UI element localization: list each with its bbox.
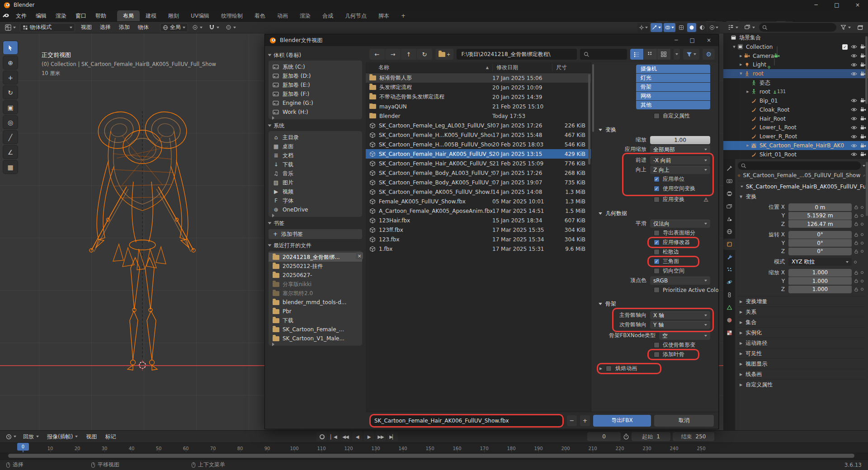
animate-dot[interactable] (861, 280, 863, 282)
animate-dot[interactable] (854, 261, 857, 263)
timeline-menu-视图[interactable]: 视图 (82, 433, 100, 441)
bake-animation-row[interactable]: ▶ 烘焙动画 (597, 364, 715, 373)
vertex-colors-row[interactable]: 顶点色 sRGB (597, 276, 715, 285)
system-item-onedrive[interactable]: ⊕OneDrive (269, 205, 362, 214)
workspace-tab-动画[interactable]: 动画 (271, 10, 294, 21)
forward-row[interactable]: 前进 -X 向前 (597, 155, 715, 165)
animate-dot[interactable] (861, 288, 863, 291)
settings-gear-button[interactable]: ⚙ (703, 49, 715, 60)
apply-unit-checkbox[interactable] (654, 176, 660, 182)
timeline-scrollbar[interactable] (0, 452, 868, 459)
window-minimize-button[interactable]: ─ (806, 0, 826, 10)
section-集合[interactable]: ▶集合 (738, 317, 865, 327)
menu-帮助[interactable]: 帮助 (91, 10, 111, 22)
system-item-pictures[interactable]: ▨图片 (269, 178, 362, 187)
recent-item[interactable]: SK_Cartoon_Female_... (269, 325, 362, 334)
object-type-其他[interactable]: 其他 (636, 101, 710, 109)
outliner-row-Cloak_Root[interactable]: Cloak_Root (723, 105, 868, 114)
animate-dot[interactable] (861, 233, 863, 236)
outliner-filter-button[interactable] (838, 23, 853, 32)
playhead[interactable]: 0 (17, 443, 29, 451)
auto-keying-icon[interactable] (623, 433, 629, 440)
fbxnode-type-row[interactable]: 骨架FBXNode类型 空 (597, 331, 715, 340)
menu-窗口[interactable]: 窗口 (71, 10, 91, 22)
file-row[interactable]: 123Hair.fbx15 Jan 2025 18:34607 KiB (366, 216, 591, 225)
properties-search-input[interactable] (738, 161, 861, 170)
increment-button[interactable]: + (580, 415, 590, 426)
animate-dot[interactable] (861, 242, 863, 244)
show-gizmo-dropdown[interactable] (637, 23, 649, 32)
value-field[interactable]: 1.000 (788, 277, 852, 285)
add-leaf-bones-checkbox[interactable] (654, 352, 660, 357)
editor-type-button[interactable] (3, 23, 18, 32)
panel-expander-icon[interactable] (272, 343, 274, 346)
dialog-minimize-button[interactable]: ─ (675, 37, 678, 43)
workspace-tab-UV编辑[interactable]: UV编辑 (185, 10, 215, 21)
custom-props-row[interactable]: 自定义属性 (597, 111, 715, 121)
rotation-mode-dropdown[interactable]: XYZ 欧拉 (788, 258, 852, 266)
recent-item[interactable]: blender_mmd_tools-d... (269, 298, 362, 307)
eye-icon[interactable] (851, 134, 857, 139)
properties-tab-physics[interactable] (723, 277, 735, 288)
transform-tool-button[interactable]: ◎ (3, 115, 18, 129)
geometry-section-header[interactable]: 几何数据 (597, 208, 715, 219)
animate-dot[interactable] (861, 206, 863, 209)
properties-tab-texture[interactable] (723, 327, 735, 338)
section-视图显示[interactable]: ▶视图显示 (738, 358, 865, 369)
custom-props-checkbox[interactable] (654, 113, 660, 119)
current-frame-field[interactable]: 0 (587, 432, 621, 441)
collapse-arrow-icon[interactable]: ▼ (739, 72, 743, 75)
file-row[interactable]: 123.fbx17 Mar 2025 15:34304 KiB (366, 235, 591, 244)
panel-expander-icon[interactable] (272, 214, 274, 217)
workspace-tab-几何节点[interactable]: 几何节点 (339, 10, 373, 21)
tweak-select-tool-button[interactable] (3, 41, 18, 55)
frame-end-field[interactable]: 结束250 (673, 432, 714, 441)
eye-icon[interactable] (851, 143, 857, 148)
system-item-fonts[interactable]: F字体 (269, 196, 362, 205)
eye-icon[interactable] (851, 98, 857, 103)
subdiv-checkbox[interactable] (654, 230, 660, 236)
value-field[interactable]: 1.000 (788, 286, 852, 293)
up-row[interactable]: 向上 Z 向上 (597, 165, 715, 174)
play-reverse-button[interactable]: ◀ (352, 432, 363, 441)
subdiv-row[interactable]: 导出表面细分 (597, 228, 715, 238)
shading-rendered-button[interactable] (708, 23, 720, 32)
prioritize-row[interactable]: Prioritize Active Color (597, 285, 715, 295)
only-deform-row[interactable]: 仅使骨骼形变 (597, 340, 715, 350)
properties-options-dropdown[interactable] (863, 165, 865, 167)
properties-tab-object[interactable] (723, 239, 735, 250)
forward-button[interactable]: → (385, 49, 401, 60)
object-type-网格[interactable]: 网格 (636, 92, 710, 100)
window-maximize-button[interactable]: □ (826, 0, 847, 10)
add-cube-tool-button[interactable]: ▦ (3, 160, 18, 174)
outliner-row-Lower_R_Root[interactable]: Lower_R_Root (723, 132, 868, 141)
bookmarks-section-header[interactable]: 书签 (269, 219, 362, 228)
annotate-tool-button[interactable]: ╱ (3, 130, 18, 144)
expand-arrow-icon[interactable]: ▶ (739, 63, 743, 66)
smoothing-row[interactable]: 平滑 仅法向 (597, 219, 715, 228)
outliner-row-Collection[interactable]: ▼Collection✓ (723, 42, 868, 52)
value-field[interactable]: 0 m (788, 203, 852, 211)
up-button[interactable]: ↑ (401, 49, 416, 60)
triangulate-row[interactable]: 三角面 (597, 257, 715, 266)
scale-tool-button[interactable]: ▣ (3, 100, 18, 114)
cancel-button[interactable]: 取消 (654, 415, 714, 427)
add-leaf-bones-row[interactable]: 添加叶骨 (597, 350, 715, 359)
outliner-row-场景集合[interactable]: 场景集合 (723, 33, 868, 42)
eye-icon[interactable] (851, 71, 857, 76)
workspace-tab-脚本[interactable]: 脚本 (373, 10, 395, 21)
export-fbx-button[interactable]: 导出FBX (593, 415, 651, 427)
file-row[interactable]: SK_Cartoon_Female_AK005_FullUV_Show.fbx1… (366, 187, 591, 197)
wireframe-character-model[interactable] (72, 104, 212, 371)
object-name[interactable]: SK_Cartoon_Female_HairB_AK005_FullUV_Ful (746, 183, 865, 190)
system-item-music[interactable]: ♫音乐 (269, 169, 362, 178)
value-field[interactable]: 0° (788, 231, 852, 239)
outliner-row-root[interactable]: ▶root131 (723, 87, 868, 96)
file-row[interactable]: Female_AK005_FullUV_Show.fbx05 Mar 2025 … (366, 197, 591, 206)
volume-item[interactable]: Work (H:) (269, 108, 362, 117)
path-field[interactable]: F:\项目\20241218_全骨骼绑定教程\ (457, 49, 577, 60)
eye-icon[interactable] (851, 107, 857, 112)
animate-dot[interactable] (861, 271, 863, 274)
expand-arrow-icon[interactable]: ▶ (739, 54, 743, 58)
pin-icon[interactable] (863, 173, 865, 178)
